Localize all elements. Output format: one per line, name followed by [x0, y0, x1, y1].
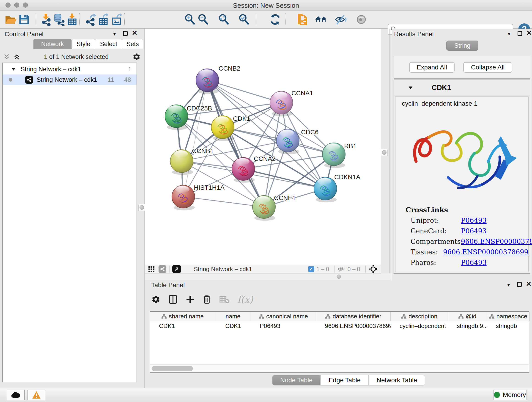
select-columns-icon[interactable] — [168, 294, 178, 304]
column-header--id[interactable]: @id — [448, 312, 487, 321]
gear-icon[interactable] — [133, 53, 141, 61]
table-cell[interactable]: 9606.ENSP00000378699 — [316, 322, 391, 330]
import-network-button[interactable] — [39, 13, 53, 26]
export-image-button[interactable] — [110, 13, 124, 26]
network-node-cdkn1a[interactable]: CDKN1A — [314, 173, 360, 202]
protein-card-header[interactable]: CDK1 — [394, 80, 530, 96]
crosslink-row: Tissues:9606.ENSP00000378699 — [395, 247, 528, 257]
tab-style[interactable]: Style — [72, 39, 95, 49]
expand-all-button[interactable]: Expand All — [409, 62, 455, 73]
panel-float-icon[interactable] — [518, 31, 522, 36]
panel-close-icon[interactable]: ✕ — [132, 31, 138, 36]
tab-edge-table[interactable]: Edge Table — [321, 375, 369, 385]
network-edge[interactable] — [183, 80, 207, 197]
selected-nodes-checkbox[interactable]: ✓ — [308, 266, 314, 272]
network-node-hist1h1a[interactable]: HIST1H1A — [172, 184, 225, 211]
node-count: 11 — [108, 76, 114, 83]
clone-network-button[interactable] — [296, 13, 309, 26]
crosslink-link[interactable]: 9606.ENSP00000378699 — [461, 238, 532, 245]
left-splitter-handle[interactable] — [138, 204, 145, 211]
network-node-cdk1[interactable]: CDK1 — [211, 115, 250, 141]
zoom-in-button[interactable] — [183, 13, 196, 26]
delete-column-icon[interactable] — [203, 294, 211, 304]
column-header-name[interactable]: name — [215, 312, 251, 321]
network-node-rb1[interactable]: RB1 — [322, 143, 356, 168]
memory-button[interactable]: Memory — [493, 390, 527, 400]
panel-float-icon[interactable] — [517, 282, 522, 287]
table-cell[interactable]: CDK1 — [215, 322, 251, 330]
collapse-all-icon[interactable] — [3, 53, 10, 61]
import-table-button[interactable] — [65, 13, 79, 26]
table-cell[interactable]: P06493 — [251, 322, 316, 330]
crosslink-label: Compartments: — [411, 238, 461, 245]
network-row[interactable]: String Network – cdk1 11 48 — [3, 75, 137, 85]
open-in-window-icon[interactable] — [172, 265, 181, 273]
panel-collapse-icon[interactable]: ▼ — [507, 32, 511, 37]
crosslink-link[interactable]: 9606.ENSP00000378699 — [443, 248, 528, 256]
panel-float-icon[interactable] — [123, 31, 128, 36]
network-node-ccnb1[interactable]: CCNB1 — [170, 147, 214, 175]
network-edge[interactable] — [183, 197, 264, 207]
tab-sets[interactable]: Sets — [122, 39, 143, 49]
node-label-hist1h1a: HIST1H1A — [194, 184, 225, 191]
zoom-selected-button[interactable] — [237, 13, 251, 26]
right-splitter-handle[interactable] — [381, 149, 388, 156]
crosslink-link[interactable]: P06493 — [461, 259, 487, 267]
network-view-icon[interactable] — [158, 265, 166, 273]
tab-select[interactable]: Select — [95, 39, 122, 49]
crosslink-link[interactable]: P06493 — [461, 217, 487, 224]
zoom-fit-button[interactable] — [217, 13, 230, 26]
panel-close-icon[interactable]: ✕ — [526, 281, 532, 287]
refresh-view-button[interactable] — [268, 13, 282, 26]
protein-card-content: cyclin–dependent kinase 1 — [395, 96, 529, 272]
table-cell[interactable]: stringdb:9... — [448, 322, 487, 330]
tab-string[interactable]: String — [446, 41, 478, 51]
column-header-canonical-name[interactable]: canonical name — [251, 312, 316, 321]
scrollbar-thumb[interactable] — [152, 366, 193, 371]
network-node-cdc25b[interactable]: CDC25B — [165, 105, 212, 130]
export-table-button[interactable] — [97, 13, 110, 26]
column-header-database-identifier[interactable]: database identifier — [316, 312, 391, 321]
column-header-namespace[interactable]: namespace — [487, 312, 530, 321]
table-row[interactable]: CDK1CDK1P064939606.ENSP00000378699cyclin… — [150, 321, 529, 331]
table-cell[interactable]: CDK1 — [150, 322, 215, 330]
show-all-button[interactable] — [355, 13, 368, 26]
crosslink-link[interactable]: P06493 — [461, 227, 487, 235]
tab-network-table[interactable]: Network Table — [369, 375, 425, 385]
panel-collapse-icon[interactable]: ▼ — [506, 282, 511, 288]
expand-all-icon[interactable] — [13, 53, 20, 61]
horizontal-scrollbar[interactable] — [150, 364, 529, 372]
network-canvas[interactable]: CCNB2CCNA1CDC25BCDK1CDC6RB1CCNB1CCNA2CDK… — [145, 29, 381, 265]
tree-expand-icon[interactable] — [11, 67, 16, 72]
warnings-button[interactable] — [27, 390, 45, 400]
hide-selected-button[interactable] — [334, 13, 347, 26]
zoom-out-button[interactable] — [196, 13, 210, 26]
network-node-ccne1[interactable]: CCNE1 — [253, 194, 296, 221]
first-neighbors-button[interactable] — [314, 13, 328, 26]
export-network-button[interactable] — [84, 13, 97, 26]
open-session-button[interactable] — [4, 13, 17, 26]
network-node-ccna1[interactable]: CCNA1 — [270, 89, 313, 116]
node-label-cdk1: CDK1 — [233, 115, 250, 122]
collapse-all-button[interactable]: Collapse All — [463, 62, 512, 73]
network-collection-row[interactable]: String Network – cdk1 1 — [3, 64, 137, 75]
column-header-description[interactable]: description — [391, 312, 448, 321]
table-cell[interactable]: cyclin–dependent ... — [391, 322, 448, 330]
gear-icon[interactable] — [151, 295, 160, 304]
birds-eye-toggle-icon[interactable] — [368, 264, 378, 274]
column-header-shared-name[interactable]: shared name — [150, 312, 215, 321]
tab-network[interactable]: Network — [33, 39, 72, 49]
toolbar-separator — [79, 13, 80, 25]
hidden-eye-icon[interactable] — [337, 266, 345, 272]
cloud-status-button[interactable] — [7, 390, 25, 400]
table-cell[interactable]: stringdb — [487, 322, 530, 330]
panel-collapse-icon[interactable]: ▼ — [112, 32, 117, 37]
collapse-section-icon[interactable] — [408, 85, 413, 90]
save-session-button[interactable] — [17, 13, 31, 26]
add-column-icon[interactable] — [186, 295, 195, 304]
network-edge[interactable] — [243, 169, 325, 189]
panel-close-icon[interactable]: ✕ — [526, 31, 532, 36]
import-network-from-database-button[interactable] — [52, 13, 65, 26]
tab-node-table[interactable]: Node Table — [272, 375, 321, 385]
grid-view-icon[interactable] — [148, 266, 155, 273]
